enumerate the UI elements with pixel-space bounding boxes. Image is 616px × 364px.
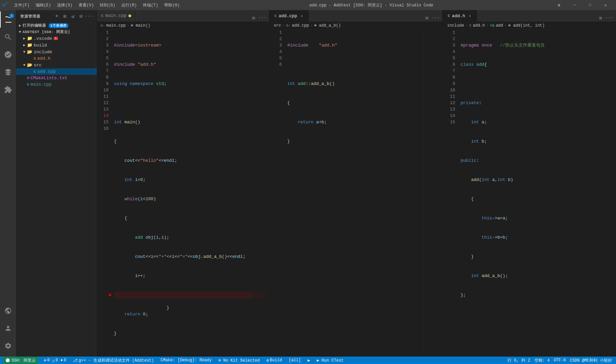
maximize-btn[interactable]: □ bbox=[582, 0, 598, 10]
statusbar-config[interactable]: [all] bbox=[287, 357, 302, 364]
menu-file[interactable]: 文件(F) bbox=[11, 2, 32, 9]
error-badge-vscode: 1 bbox=[54, 37, 58, 40]
code-lines-1: #include<iostream> #include "add.h" usin… bbox=[111, 29, 269, 357]
open-editors-header[interactable]: ▶ 打开的编辑器 1个未保存 bbox=[16, 22, 97, 29]
menu-goto[interactable]: 转到(G) bbox=[97, 2, 118, 9]
bc2-file[interactable]: add.cpp bbox=[292, 23, 309, 28]
sidebar-title: 资源管理器 + ⊞ ↺ ⊟ ··· bbox=[16, 10, 97, 22]
statusbar-ssh-label: SSH: 阿里云 bbox=[11, 358, 36, 363]
new-file-btn[interactable]: + bbox=[54, 13, 60, 20]
bc2-src[interactable]: src bbox=[274, 23, 281, 28]
icon-addcpp: C bbox=[34, 70, 36, 74]
line-numbers-1: 123 456 789 101112 1314 1516 bbox=[97, 29, 111, 357]
label-addcpp: add.cpp bbox=[37, 69, 56, 74]
activity-explorer[interactable]: 1 bbox=[0, 11, 16, 28]
label-maincpp: main.cpp bbox=[31, 82, 52, 87]
explorer-label: ADDTEST [SSH: 阿里云] bbox=[23, 29, 70, 34]
tab-close-addcpp[interactable]: ✕ bbox=[299, 13, 304, 19]
code-editor-2[interactable]: 123 456 #include "add.h" int add::add_a_… bbox=[270, 29, 442, 357]
activity-debug[interactable] bbox=[0, 64, 16, 80]
menu-run[interactable]: 运行(R) bbox=[119, 2, 140, 9]
editor-group-2: C add.cpp ✕ ⊞ ··· src › G› add.cpp › ⊕ a… bbox=[270, 10, 442, 357]
tab-label-addh: add.h bbox=[452, 13, 465, 19]
breadcrumb-2: src › G› add.cpp › ⊕ add_a_b() bbox=[270, 22, 442, 29]
statusbar-build[interactable]: ⚙ Build bbox=[265, 357, 283, 364]
tab-split-btn-1[interactable]: ⊞ bbox=[250, 14, 257, 22]
statusbar-spaces[interactable]: 空格: 4 bbox=[533, 357, 551, 364]
code-editor-3[interactable]: 123 456 789 101112 131415 #pragma once /… bbox=[444, 29, 616, 357]
arrow-src: ▼ bbox=[22, 63, 27, 67]
bc3-file[interactable]: add.h bbox=[473, 23, 485, 28]
tree-item-addcpp[interactable]: C add.cpp bbox=[16, 68, 97, 75]
activity-bar: 1 bbox=[0, 10, 16, 357]
unsaved-badge: 1个未保存 bbox=[49, 23, 68, 28]
statusbar-debug-btn[interactable]: ▶ bbox=[306, 357, 311, 364]
bc3-icon: C bbox=[469, 24, 472, 28]
more-btn-3[interactable]: ··· bbox=[606, 14, 613, 22]
open-editors-label: 打开的编辑器 bbox=[23, 23, 46, 28]
tab-close-addh[interactable]: ✕ bbox=[467, 13, 473, 19]
explorer-header[interactable]: ▼ ADDTEST [SSH: 阿里云] bbox=[16, 29, 97, 35]
menu-edit[interactable]: 编辑(E) bbox=[33, 2, 54, 9]
statusbar-run-ctest[interactable]: ▶ Run CTest bbox=[316, 357, 345, 364]
tab-maincpp[interactable]: C main.cpp bbox=[97, 10, 136, 22]
bc3-class[interactable]: add bbox=[496, 23, 503, 28]
error-count: 0 bbox=[47, 358, 50, 363]
more-btn-2[interactable]: ··· bbox=[432, 14, 439, 22]
tab-more-btn-1[interactable]: ··· bbox=[259, 14, 266, 22]
activity-extensions[interactable] bbox=[0, 82, 16, 98]
statusbar-ssh[interactable]: SSH: 阿里云 bbox=[3, 357, 38, 364]
statusbar-git[interactable]: ⎇ g++ - 生成和调试活动文件 (Addtest) bbox=[71, 357, 155, 364]
more-btn[interactable]: ··· bbox=[86, 13, 93, 20]
tree-item-build[interactable]: ▶ 📁 build bbox=[16, 42, 97, 49]
git-icon: ⎇ bbox=[73, 358, 78, 363]
code-lines-2: #include "add.h" int add::add_a_b() { re… bbox=[285, 29, 442, 357]
activity-account[interactable] bbox=[0, 320, 16, 336]
split-btn-3[interactable]: ⊞ bbox=[597, 14, 604, 22]
statusbar-nokit[interactable]: ⊗ No Kit Selected bbox=[217, 357, 261, 364]
icon-cmake: M bbox=[27, 76, 29, 80]
tree-item-include[interactable]: ▼ 📂 include bbox=[16, 49, 97, 55]
activity-search[interactable] bbox=[0, 29, 16, 45]
statusbar-errors[interactable]: ⊗ 0 △ 0 ♦ 0 bbox=[42, 357, 67, 364]
statusbar-cmake[interactable]: CMake: [Debug]: Ready bbox=[159, 357, 213, 364]
tree-item-cmake[interactable]: M CMakeLists.txt bbox=[16, 75, 97, 81]
activity-remote[interactable] bbox=[0, 303, 16, 319]
bc2-symbol[interactable]: ⊕ add_a_b() bbox=[314, 23, 341, 28]
collapse-btn[interactable]: ⊟ bbox=[78, 13, 85, 20]
bc1-file[interactable]: main.cpp bbox=[106, 23, 126, 28]
layout-btn[interactable]: ⊞ bbox=[551, 0, 567, 10]
tab-addh[interactable]: C add.h ✕ bbox=[444, 10, 477, 22]
new-folder-btn[interactable]: ⊞ bbox=[62, 13, 68, 20]
split-btn-2[interactable]: ⊞ bbox=[423, 14, 431, 22]
arrow-build: ▶ bbox=[22, 43, 27, 47]
code-editor-1[interactable]: 123 456 789 101112 1314 1516 #include<io… bbox=[97, 29, 269, 357]
activity-settings[interactable] bbox=[0, 338, 16, 354]
menu-help[interactable]: 帮助(H) bbox=[162, 2, 182, 9]
statusbar-position[interactable]: 行 6, 列 2 bbox=[506, 357, 531, 364]
tab-bar-1: C main.cpp ⊞ ··· bbox=[97, 10, 269, 22]
code-content-3: 123 456 789 101112 131415 #pragma once /… bbox=[444, 29, 616, 357]
menu-view[interactable]: 查看(V) bbox=[76, 2, 97, 9]
bc1-icon: G› bbox=[100, 24, 105, 28]
label-build: build bbox=[34, 43, 47, 48]
close-btn[interactable]: ✕ bbox=[598, 0, 613, 10]
tree-item-maincpp[interactable]: C main.cpp bbox=[16, 81, 97, 88]
icon-maincpp: C bbox=[27, 83, 29, 87]
tree-item-vscode[interactable]: ▶ 📁 .vscode 1 bbox=[16, 35, 97, 42]
bc1-symbol[interactable]: ⊕ main() bbox=[131, 23, 150, 28]
tree-item-src[interactable]: ▼ 📂 src bbox=[16, 62, 97, 68]
tree-item-addh[interactable]: C add.h bbox=[16, 55, 97, 62]
refresh-btn[interactable]: ↺ bbox=[70, 13, 77, 20]
tab-addcpp[interactable]: C add.cpp ✕ bbox=[270, 10, 309, 22]
menu-terminal[interactable]: 终端(T) bbox=[140, 2, 161, 9]
bc3-include[interactable]: include bbox=[447, 23, 464, 28]
cmake-label: CMake: [Debug]: Ready bbox=[161, 358, 212, 363]
minimize-btn[interactable]: ─ bbox=[567, 0, 582, 10]
activity-git[interactable] bbox=[0, 47, 16, 63]
statusbar-encoding[interactable]: UTF-8 bbox=[552, 357, 567, 364]
extra-label: CSDN @MC和利 小较好 bbox=[570, 358, 612, 363]
bc3-symbol[interactable]: ⊕ add(int, int) bbox=[508, 23, 545, 28]
activity-badge: 1 bbox=[9, 13, 14, 18]
menu-select[interactable]: 选择(S) bbox=[54, 2, 75, 9]
